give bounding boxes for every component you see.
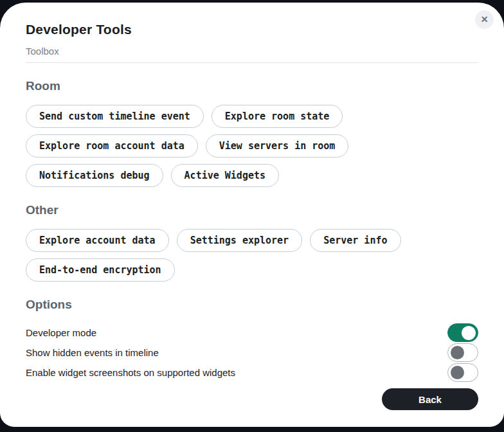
show-hidden-events-label: Show hidden events in timeline bbox=[26, 347, 159, 358]
developer-mode-label: Developer mode bbox=[26, 327, 96, 338]
option-row-show-hidden-events: Show hidden events in timeline bbox=[26, 343, 478, 362]
explore-room-state-button[interactable]: Explore room state bbox=[212, 105, 343, 128]
active-widgets-button[interactable]: Active Widgets bbox=[171, 164, 279, 187]
other-button-group: Explore account data Settings explorer S… bbox=[26, 229, 478, 282]
explore-account-data-button[interactable]: Explore account data bbox=[26, 229, 169, 252]
close-button[interactable]: ✕ bbox=[475, 10, 494, 29]
option-row-developer-mode: Developer mode bbox=[26, 323, 478, 342]
section-heading-options: Options bbox=[26, 298, 478, 312]
close-icon: ✕ bbox=[475, 10, 494, 29]
send-custom-timeline-event-button[interactable]: Send custom timeline event bbox=[26, 105, 204, 128]
dialog-subtitle: Toolbox bbox=[26, 46, 478, 63]
option-row-widget-screenshots: Enable widget screenshots on supported w… bbox=[26, 363, 478, 382]
section-heading-other: Other bbox=[26, 203, 478, 217]
room-button-group: Send custom timeline event Explore room … bbox=[26, 105, 478, 187]
section-heading-room: Room bbox=[26, 79, 478, 93]
developer-mode-toggle[interactable] bbox=[447, 323, 478, 342]
end-to-end-encryption-button[interactable]: End-to-end encryption bbox=[26, 258, 175, 282]
dialog-title: Developer Tools bbox=[26, 22, 478, 37]
server-info-button[interactable]: Server info bbox=[310, 229, 401, 252]
developer-tools-dialog: ✕ Developer Tools Toolbox Room Send cust… bbox=[0, 3, 504, 427]
show-hidden-events-toggle[interactable] bbox=[447, 343, 478, 362]
back-button[interactable]: Back bbox=[382, 388, 478, 410]
view-servers-in-room-button[interactable]: View servers in room bbox=[206, 134, 349, 158]
toggle-knob-icon bbox=[451, 366, 464, 379]
toggle-knob-icon bbox=[451, 346, 464, 359]
dialog-content: Room Send custom timeline event Explore … bbox=[26, 63, 478, 383]
dialog-footer: Back bbox=[26, 388, 478, 427]
widget-screenshots-label: Enable widget screenshots on supported w… bbox=[26, 367, 235, 378]
explore-room-account-data-button[interactable]: Explore room account data bbox=[26, 134, 198, 158]
widget-screenshots-toggle[interactable] bbox=[447, 363, 478, 382]
toggle-knob-icon bbox=[462, 326, 476, 340]
notifications-debug-button[interactable]: Notifications debug bbox=[26, 164, 163, 187]
settings-explorer-button[interactable]: Settings explorer bbox=[177, 229, 303, 252]
